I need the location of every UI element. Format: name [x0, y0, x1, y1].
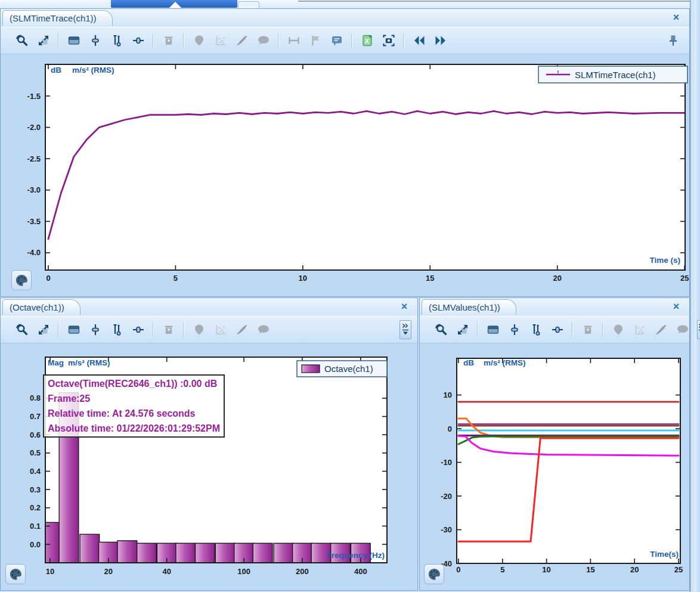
octave-bar — [41, 522, 60, 563]
scatter-plot-icon — [633, 323, 646, 337]
excel-export-icon[interactable]: X — [360, 34, 374, 48]
octave-bar — [274, 543, 293, 563]
cursor-single-icon[interactable] — [507, 323, 521, 337]
svg-text:40: 40 — [162, 567, 171, 576]
octave-bar — [117, 541, 137, 563]
cursor-double-icon[interactable] — [110, 34, 123, 48]
zoom-refresh-icon[interactable] — [15, 323, 29, 337]
pan-arrows-icon[interactable] — [456, 323, 469, 337]
cursor-harmonic-icon[interactable] — [550, 323, 564, 337]
tooltip-line: Frame:25 — [48, 391, 220, 406]
x-axis-label: Time(s) — [650, 550, 679, 559]
chart-area-slmtimetrace: 0510152025-1.5-2.0-2.5-3.0-3.5-4.0dBm/s²… — [1, 54, 689, 296]
next-frames-icon[interactable] — [433, 34, 447, 48]
close-icon[interactable]: × — [398, 300, 410, 312]
y-axis-unit-label: Magm/s² (RMS) — [48, 358, 110, 367]
toolbar-separator — [153, 33, 154, 48]
toolbar-separator — [602, 322, 603, 337]
no-draw-icon — [235, 34, 249, 48]
cursor-single-icon[interactable] — [88, 323, 102, 337]
legend-swatch — [302, 365, 320, 373]
panel-slmvalues: (SLMValues(ch1)) × 0510152025100-10-20-3… — [419, 297, 690, 591]
cursor-double-icon[interactable] — [110, 323, 123, 337]
svg-text:15: 15 — [586, 565, 594, 574]
svg-text:200: 200 — [296, 567, 309, 576]
prev-frames-icon[interactable] — [412, 34, 426, 48]
svg-text:0.4: 0.4 — [30, 467, 41, 476]
display-card-icon[interactable] — [486, 323, 500, 337]
octave-bar — [176, 543, 196, 563]
cursor-harmonic-icon[interactable] — [131, 34, 145, 48]
palette-button[interactable] — [5, 564, 26, 584]
tab-row: (Octave(ch1)) × — [1, 298, 417, 316]
panel-octave: (Octave(ch1)) × 1020401002004000.80.70.6… — [0, 297, 418, 591]
toolbar-separator — [278, 33, 279, 48]
more-options-button[interactable] — [399, 320, 411, 339]
palette-button[interactable] — [424, 564, 444, 584]
svg-text:-2.0: -2.0 — [27, 123, 41, 132]
svg-text:0.2: 0.2 — [30, 503, 41, 512]
toolbar-slmvalues — [420, 316, 689, 343]
chart-area-slmvalues: 0510152025100-10-20-30-40dBm/s² (RMS)Tim… — [420, 343, 689, 590]
cursor-double-icon[interactable] — [529, 323, 543, 337]
svg-text:0.7: 0.7 — [30, 412, 41, 421]
cursor-single-icon[interactable] — [88, 34, 102, 48]
svg-text:10: 10 — [46, 567, 54, 576]
zoom-refresh-icon[interactable] — [434, 323, 448, 337]
cursor-harmonic-icon[interactable] — [131, 323, 145, 337]
slmtimetrace-chart[interactable]: 0510152025-1.5-2.0-2.5-3.0-3.5-4.0dBm/s²… — [1, 54, 689, 297]
tab-slmtimetrace[interactable]: (SLMTimeTrace(ch1)) — [2, 10, 113, 26]
legend-label: SLMTimeTrace(ch1) — [575, 70, 656, 80]
tab-octave[interactable]: (Octave(ch1)) — [2, 299, 80, 315]
active-tab-fragment[interactable] — [111, 0, 237, 8]
legend: Octave(ch1) — [297, 361, 387, 377]
no-draw-icon — [235, 323, 249, 337]
octave-bar — [196, 543, 215, 563]
toolbar-separator — [183, 322, 184, 337]
toolbar-separator — [572, 322, 573, 337]
close-icon[interactable]: × — [670, 300, 682, 312]
svg-text:0: 0 — [448, 424, 452, 433]
tooltip-line: Relative time: At 24.576 seconds — [48, 406, 220, 421]
y-axis-unit-label: dBm/s² (RMS) — [463, 358, 526, 367]
pin-icon[interactable] — [666, 34, 680, 48]
delete-restore-icon — [581, 323, 594, 337]
scatter-plot-icon — [213, 34, 227, 48]
octave-bar — [215, 543, 235, 563]
toolbar-slmtimetrace: X — [1, 27, 689, 54]
display-card-icon[interactable] — [67, 323, 80, 337]
tab-slmvalues[interactable]: (SLMValues(ch1)) — [422, 299, 516, 315]
no-draw-icon — [654, 323, 668, 337]
svg-text:25: 25 — [680, 274, 689, 283]
close-icon[interactable]: × — [670, 11, 682, 23]
x-axis-label: Frequency (Hz) — [326, 551, 385, 560]
speech-bubble-icon — [256, 323, 270, 337]
svg-text:-4.0: -4.0 — [27, 248, 41, 257]
svg-text:100: 100 — [237, 567, 250, 576]
tab-row: (SLMValues(ch1)) × — [420, 298, 689, 316]
more-options-button[interactable] — [697, 320, 700, 339]
svg-text:0.5: 0.5 — [30, 448, 41, 457]
zoom-refresh-icon[interactable] — [15, 34, 29, 48]
chart-area-octave: 1020401002004000.80.70.60.50.40.30.20.10… — [1, 343, 417, 590]
toolbar-separator — [183, 33, 184, 48]
pan-arrows-icon[interactable] — [36, 323, 50, 337]
panel-slmtimetrace: (SLMTimeTrace(ch1)) × X 0510152025-1.5-2… — [0, 8, 690, 297]
svg-text:5: 5 — [500, 565, 504, 574]
svg-text:-10: -10 — [441, 458, 452, 467]
palette-button[interactable] — [11, 270, 32, 290]
snapshot-icon[interactable] — [382, 34, 395, 48]
octave-bar — [80, 534, 100, 563]
scatter-plot-icon — [213, 323, 227, 337]
legend-label: Octave(ch1) — [324, 364, 373, 374]
annotation-icon[interactable] — [330, 34, 343, 48]
speech-bubble-icon — [676, 323, 689, 337]
svg-text:5: 5 — [174, 274, 178, 283]
octave-bar — [253, 543, 272, 563]
slmvalues-chart[interactable]: 0510152025100-10-20-30-40dBm/s² (RMS)Tim… — [420, 343, 689, 591]
display-card-icon[interactable] — [67, 34, 80, 48]
pan-arrows-icon[interactable] — [36, 34, 50, 48]
svg-text:10: 10 — [542, 565, 550, 574]
delete-restore-icon — [162, 34, 175, 48]
svg-text:-3.5: -3.5 — [27, 217, 41, 226]
